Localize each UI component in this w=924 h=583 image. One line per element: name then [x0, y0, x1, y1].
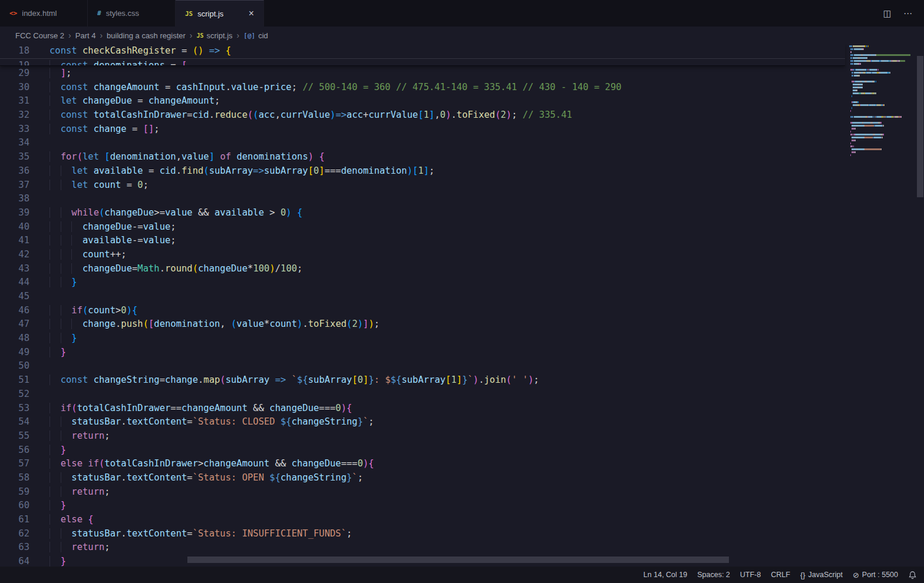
code-line[interactable]: 49 }: [0, 346, 924, 360]
line-number[interactable]: 34: [0, 136, 29, 150]
code-line[interactable]: 62 statusBar.textContent=`Status: INSUFF…: [0, 527, 924, 541]
vertical-scrollbar[interactable]: [917, 56, 923, 197]
code-line[interactable]: 60 }: [0, 499, 924, 513]
code-line[interactable]: 63 return;: [0, 541, 924, 555]
breadcrumb-item-folder[interactable]: building a cash register: [107, 31, 186, 40]
line-number[interactable]: 19: [0, 59, 29, 65]
code-line[interactable]: 58 statusBar.textContent=`Status: OPEN $…: [0, 471, 924, 485]
code-line[interactable]: 43 changeDue=Math.round(changeDue*100)/1…: [0, 262, 924, 276]
line-number[interactable]: 36: [0, 164, 29, 178]
line-number[interactable]: 56: [0, 443, 29, 458]
breadcrumb-item-file[interactable]: JS script.js: [196, 31, 232, 40]
indentation-setting[interactable]: Spaces: 2: [697, 571, 730, 579]
line-number[interactable]: 54: [0, 415, 29, 429]
line-number[interactable]: 53: [0, 402, 29, 416]
code-line[interactable]: 37 let count = 0;: [0, 178, 924, 193]
code-line[interactable]: 54 statusBar.textContent=`Status: CLOSED…: [0, 415, 924, 429]
line-number[interactable]: 18: [0, 44, 29, 58]
line-number[interactable]: 40: [0, 220, 29, 234]
line-number[interactable]: 55: [0, 429, 29, 443]
more-actions-icon[interactable]: ⋯: [903, 8, 912, 19]
code-line[interactable]: 50: [0, 359, 924, 373]
line-number[interactable]: 38: [0, 192, 29, 206]
code-line[interactable]: 47 change.push([denomination, (value*cou…: [0, 317, 924, 332]
code-line[interactable]: 41 available-=value;: [0, 234, 924, 248]
line-number[interactable]: 47: [0, 317, 29, 332]
line-number[interactable]: 62: [0, 527, 29, 541]
live-server-port[interactable]: ⊘ Port : 5500: [853, 571, 898, 579]
language-mode[interactable]: {} JavaScript: [800, 571, 843, 579]
line-number[interactable]: 43: [0, 262, 29, 276]
code-line[interactable]: 39 while(changeDue>=value && available >…: [0, 206, 924, 220]
code-line[interactable]: 57 else if(totalCashInDrawer>changeAmoun…: [0, 457, 924, 471]
language-label: JavaScript: [808, 571, 843, 579]
line-number[interactable]: 31: [0, 94, 29, 108]
line-number[interactable]: 48: [0, 332, 29, 346]
code-line[interactable]: 40 changeDue-=value;: [0, 220, 924, 234]
breadcrumb-item-folder[interactable]: FCC Course 2: [15, 31, 64, 40]
code-line[interactable]: 61 else {: [0, 513, 924, 527]
tab-styles-css[interactable]: # styles.css: [88, 0, 176, 26]
line-number[interactable]: 64: [0, 555, 29, 567]
code-line[interactable]: 18const checkCashRegister = () => {: [0, 44, 845, 58]
code-line[interactable]: 56 }: [0, 443, 924, 458]
code-line[interactable]: 31 let changeDue = changeAmount;: [0, 94, 924, 108]
line-number[interactable]: 44: [0, 276, 29, 290]
code-line[interactable]: 29 ];: [0, 67, 924, 81]
line-number[interactable]: 45: [0, 290, 29, 304]
notifications-bell[interactable]: [908, 571, 917, 579]
horizontal-scrollbar[interactable]: [187, 556, 729, 563]
line-number[interactable]: 57: [0, 457, 29, 471]
breadcrumb-item-symbol[interactable]: [@] cid: [243, 31, 268, 40]
code-line[interactable]: 34: [0, 136, 924, 150]
code-line[interactable]: 46 if(count>0){: [0, 304, 924, 318]
code-line[interactable]: 36 let available = cid.find(subArray=>su…: [0, 164, 924, 178]
line-number[interactable]: 42: [0, 248, 29, 262]
line-number[interactable]: 37: [0, 178, 29, 193]
code-line[interactable]: 42 count++;: [0, 248, 924, 262]
code-line[interactable]: 45: [0, 290, 924, 304]
line-number[interactable]: 46: [0, 304, 29, 318]
code-area[interactable]: 29 ];30 const changeAmount = cashInput.v…: [0, 67, 924, 567]
line-number[interactable]: 61: [0, 513, 29, 527]
line-number[interactable]: 33: [0, 122, 29, 137]
code-editor: 29 ];30 const changeAmount = cashInput.v…: [0, 44, 924, 567]
line-number[interactable]: 32: [0, 108, 29, 122]
line-number[interactable]: 63: [0, 541, 29, 555]
line-number[interactable]: 39: [0, 206, 29, 220]
tab-script-js[interactable]: JS script.js ×: [176, 0, 264, 26]
line-number[interactable]: 41: [0, 234, 29, 248]
line-number[interactable]: 52: [0, 387, 29, 402]
code-text: }: [50, 276, 77, 290]
code-line[interactable]: 51 const changeString=change.map(subArra…: [0, 373, 924, 387]
code-line[interactable]: 55 return;: [0, 429, 924, 443]
split-editor-icon[interactable]: ◫: [883, 8, 892, 19]
line-number[interactable]: 49: [0, 346, 29, 360]
line-number[interactable]: 29: [0, 67, 29, 81]
code-line[interactable]: 32 const totalCashInDrawer=cid.reduce((a…: [0, 108, 924, 122]
line-number[interactable]: 50: [0, 359, 29, 373]
line-number[interactable]: 60: [0, 499, 29, 513]
minimap[interactable]: [849, 45, 916, 567]
line-number[interactable]: 35: [0, 150, 29, 164]
cursor-position[interactable]: Ln 14, Col 19: [644, 571, 687, 579]
code-line[interactable]: 59 return;: [0, 485, 924, 499]
encoding-setting[interactable]: UTF-8: [740, 571, 761, 579]
code-line[interactable]: 30 const changeAmount = cashInput.value-…: [0, 81, 924, 95]
code-line[interactable]: 53 if(totalCashInDrawer==changeAmount &&…: [0, 402, 924, 416]
line-number[interactable]: 51: [0, 373, 29, 387]
code-line[interactable]: 44 }: [0, 276, 924, 290]
code-line[interactable]: 38: [0, 192, 924, 206]
code-line[interactable]: 19 const denominations = [: [0, 58, 845, 65]
code-line[interactable]: 33 const change = [];: [0, 122, 924, 137]
code-line[interactable]: 52: [0, 387, 924, 402]
tab-index-html[interactable]: <> index.html: [0, 0, 88, 26]
code-line[interactable]: 35 for(let [denomination,value] of denom…: [0, 150, 924, 164]
line-number[interactable]: 30: [0, 81, 29, 95]
close-tab-icon[interactable]: ×: [249, 9, 254, 18]
line-number[interactable]: 59: [0, 485, 29, 499]
line-number[interactable]: 58: [0, 471, 29, 485]
eol-setting[interactable]: CRLF: [771, 571, 790, 579]
breadcrumb-item-folder[interactable]: Part 4: [75, 31, 96, 40]
code-line[interactable]: 48 }: [0, 332, 924, 346]
